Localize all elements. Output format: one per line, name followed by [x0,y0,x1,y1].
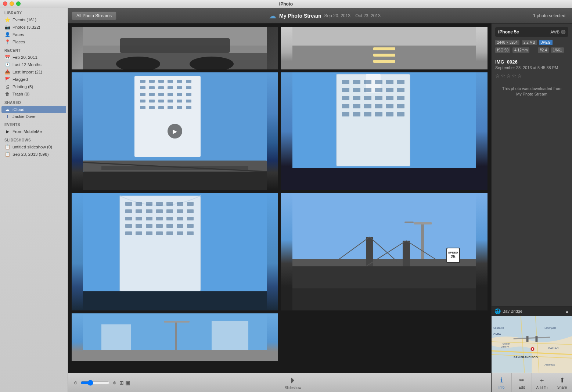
sidebar-item-flagged[interactable]: 🚩 Flagged [0,76,68,83]
sidebar-item-untitled-slideshow[interactable]: 📋 untitled slideshow (0) [0,143,68,151]
sidebar-item-trash[interactable]: 🗑 Trash (0) [0,90,68,98]
sidebar-item-events[interactable]: ⭐ Events (161) [0,16,68,24]
svg-rect-117 [166,231,173,235]
edit-button[interactable]: ✏ Edit [512,373,532,392]
share-icon: ⬆ [560,376,565,384]
dimensions-badge: 2448 × 3264 [495,40,519,45]
window-controls[interactable] [3,1,21,6]
svg-rect-19 [140,86,145,89]
info-button[interactable]: ℹ Info [492,373,512,392]
svg-rect-30 [186,93,191,96]
single-view-button[interactable]: ▣ [125,380,130,386]
sidebar-label-frommobileme: From MobileMe [12,129,42,134]
svg-rect-94 [146,209,152,213]
center-area: All Photo Streams ☁ My Photo Stream Sep … [68,8,572,392]
photo-cell-road[interactable] [281,27,488,69]
svg-rect-109 [156,224,163,228]
svg-rect-97 [177,209,183,213]
events-icon: ⭐ [4,17,10,22]
sidebar-item-feb2011[interactable]: 📅 Feb 20, 2011 [0,54,68,61]
svg-rect-95 [156,209,163,213]
svg-rect-58 [353,88,360,92]
slideshow-icon2: 📋 [4,152,10,157]
photo-cell-building1[interactable]: ▶ [72,72,278,190]
svg-rect-114 [136,231,142,235]
svg-rect-143 [83,350,267,361]
sidebar-label-trash: Trash (0) [12,92,29,96]
slideshow-play-button[interactable]: ⏵ [289,375,297,385]
sidebar-item-sep232013[interactable]: 📋 Sep 23, 2013 (598) [0,151,68,158]
svg-rect-36 [186,100,191,103]
svg-rect-98 [187,209,194,213]
share-button[interactable]: ⬆ Share [552,373,572,392]
map-title: Bay Bridge [503,309,522,313]
svg-rect-77 [364,112,371,116]
sidebar-item-jackiedove[interactable]: f Jackie Dove [0,113,68,120]
sidebar-item-places[interactable]: 📍 Places [0,38,68,46]
svg-rect-52 [353,80,360,84]
svg-rect-72 [375,104,382,108]
svg-rect-119 [187,231,194,235]
sidebar-item-icloud[interactable]: ☁ iCloud [1,106,66,113]
svg-rect-32 [149,100,155,103]
svg-rect-124 [414,222,432,224]
add-to-button[interactable]: ＋ Add To [532,373,552,392]
download-note-line1: This photo was downloaded from [502,86,561,91]
photo-cell-bridge[interactable]: SPEED 25 [281,193,488,310]
minimize-button[interactable] [10,1,14,6]
svg-rect-111 [177,224,183,228]
map-container[interactable]: GNRA Sausalito Emeryville OAKLAN Golden … [492,316,572,373]
flag-icon: 🚩 [4,77,10,82]
all-photo-streams-button[interactable]: All Photo Streams [72,11,116,20]
svg-rect-16 [168,80,173,83]
device-name: iPhone 5c [498,29,519,35]
photo-cell-building2[interactable] [281,72,488,190]
svg-rect-102 [156,217,163,220]
play-overlay[interactable]: ▶ [168,124,182,139]
photo-cell-car[interactable] [72,27,278,69]
svg-point-162 [532,348,533,350]
svg-rect-112 [187,224,194,228]
sidebar-item-faces[interactable]: 👤 Faces [0,31,68,38]
svg-rect-38 [149,106,155,109]
sidebar-label-faces: Faces [12,32,24,37]
image-date: September 23, 2013 at 5:45:38 PM [495,65,568,70]
svg-rect-118 [177,231,183,235]
sidebar-label-printing: Printing (5) [12,84,33,89]
sidebar-item-printing[interactable]: 🖨 Printing (5) [0,83,68,90]
maximize-button[interactable] [16,1,21,6]
sidebar-item-frommobileme[interactable]: ▶ From MobileMe [0,128,68,135]
map-header: 🌐 Bay Bridge ▲ [492,306,572,316]
svg-text:GNRA: GNRA [493,333,501,335]
sidebar-item-last12months[interactable]: 🕐 Last 12 Months [0,61,68,68]
map-collapse-icon[interactable]: ▲ [565,309,569,313]
close-button[interactable] [3,1,7,6]
zoom-slider[interactable] [80,380,110,386]
svg-rect-62 [397,88,404,92]
sidebar-item-photos[interactable]: 📷 Photos (3,322) [0,24,68,31]
svg-rect-108 [146,224,152,228]
star-rating[interactable]: ☆☆☆☆☆ [495,73,568,79]
grid-view-button[interactable]: ⊞ [119,380,124,386]
svg-rect-54 [375,80,382,84]
slideshow-section[interactable]: ⏵ Slideshow [285,375,302,390]
photo-cell-street[interactable] [72,313,278,361]
svg-rect-42 [186,106,191,109]
sidebar-label-flagged: Flagged [12,77,28,82]
zoom-out-icon: ⊖ [74,380,78,385]
svg-rect-68 [397,96,404,100]
svg-rect-22 [168,86,173,89]
svg-rect-86 [136,202,142,206]
svg-rect-33 [158,100,164,103]
add-to-label: Add To [536,386,548,390]
add-to-icon: ＋ [539,376,545,385]
svg-rect-76 [353,112,360,116]
svg-rect-3 [83,53,267,69]
svg-rect-39 [158,106,164,109]
photo-cell-building3[interactable] [72,193,278,310]
svg-rect-29 [177,93,182,96]
stream-name: My Photo Stream [279,13,321,19]
awb-badge: AWB [550,30,565,34]
svg-rect-113 [125,231,132,235]
sidebar-item-lastimport[interactable]: 📥 Last Import (21) [0,68,68,76]
